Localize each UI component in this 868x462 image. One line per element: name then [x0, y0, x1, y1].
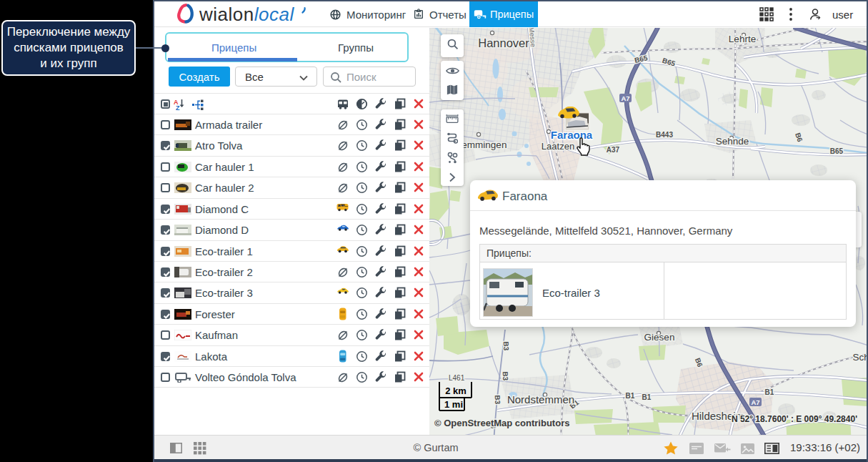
svg-text:A7: A7 [621, 94, 629, 102]
svg-text:B1: B1 [765, 388, 774, 396]
svg-text:© OpenStreetMap contributors: © OpenStreetMap contributors [434, 418, 569, 428]
svg-text:L461: L461 [449, 374, 465, 382]
svg-text:A7: A7 [751, 398, 759, 406]
svg-text:A37: A37 [607, 146, 620, 154]
svg-text:B1: B1 [642, 393, 652, 401]
svg-text:Sche: Sche [853, 352, 867, 363]
svg-text:B3: B3 [502, 371, 509, 381]
svg-text:B3: B3 [494, 395, 502, 405]
svg-text:Giesen: Giesen [644, 332, 675, 343]
svg-text:Hannover: Hannover [478, 36, 529, 49]
svg-text:B65: B65 [830, 147, 844, 155]
svg-text:1 mi: 1 mi [444, 399, 463, 410]
svg-text:Laatzen: Laatzen [542, 141, 574, 152]
svg-text:B443: B443 [656, 131, 673, 139]
svg-text:Sehnde: Sehnde [716, 136, 749, 147]
svg-text:N 52° 18.7600' : E 009° 49.284: N 52° 18.7600' : E 009° 49.2840' [732, 414, 857, 424]
svg-text:Nordstemmen: Nordstemmen [507, 393, 574, 406]
svg-text:Lehrte: Lehrte [729, 34, 756, 44]
svg-text:B1: B1 [626, 392, 635, 400]
svg-text:B3: B3 [502, 341, 510, 351]
svg-text:2 km: 2 km [445, 385, 467, 396]
